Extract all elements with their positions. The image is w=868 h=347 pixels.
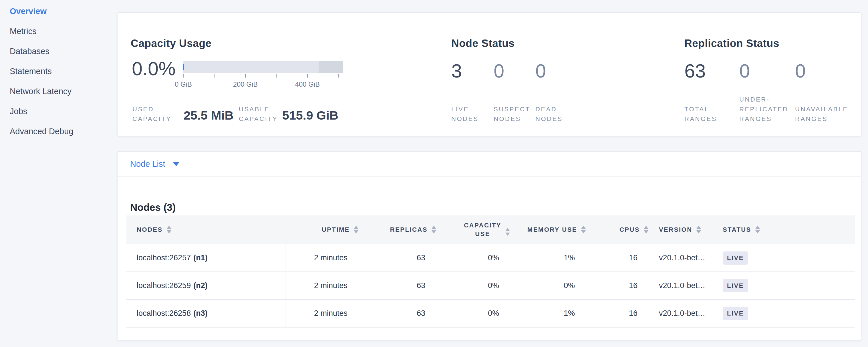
unavailable-ranges-label: UNAVAILABLE RANGES [795, 95, 848, 124]
replicas-cell: 63 [355, 244, 433, 272]
sidebar-item-databases[interactable]: Databases [10, 47, 117, 56]
status-badge: LIVE [723, 251, 748, 264]
sort-icon [755, 226, 760, 233]
node-address-cell[interactable]: localhost:26259(n2) [126, 272, 285, 299]
axis-label-400gib: 400 GiB [295, 81, 320, 88]
under-replicated-ranges-label: UNDER- REPLICATED RANGES [739, 95, 788, 124]
used-capacity-label: USED CAPACITY [132, 95, 171, 124]
version-cell: v20.1.0-bet… [645, 244, 713, 272]
status-cell: LIVE [713, 272, 855, 299]
sort-icon [696, 226, 701, 233]
sort-icon [644, 226, 648, 233]
node-address-cell[interactable]: localhost:26257(n1) [126, 244, 285, 272]
replicas-cell: 63 [355, 272, 433, 299]
capacity-bar-chart [183, 61, 343, 73]
column-header-memory-use[interactable]: MEMORY USE [506, 215, 582, 244]
dead-nodes-metric: 0 [535, 58, 546, 84]
sort-icon [167, 226, 171, 233]
node-list-dropdown[interactable]: Node List [118, 152, 861, 177]
memory-use-cell: 1% [506, 244, 582, 272]
under-replicated-ranges-metric: 0 [739, 58, 795, 84]
capacity-used-percent: 0.0% [132, 58, 176, 80]
column-header-status[interactable]: STATUS [713, 215, 855, 244]
unavailable-ranges-metric: 0 [795, 58, 806, 84]
suspect-nodes-label: SUSPECT NODES [494, 95, 530, 124]
capacity-use-cell: 0% [433, 272, 506, 299]
sort-icon [505, 228, 510, 236]
capacity-bar-reserved-segment [319, 61, 343, 73]
sort-icon [432, 226, 436, 233]
replicas-cell: 63 [355, 299, 433, 327]
cpus-cell: 16 [582, 244, 645, 272]
column-header-replicas[interactable]: REPLICAS [355, 215, 433, 244]
capacity-use-cell: 0% [433, 299, 506, 327]
table-row[interactable]: localhost:26259(n2) 2 minutes 63 0% 0% 1… [126, 272, 855, 299]
node-list-card: Node List Nodes (3) NODES [117, 151, 861, 341]
usable-capacity-label: USABLE CAPACITY [239, 95, 278, 124]
node-status-title: Node Status [451, 37, 515, 50]
replication-status-metrics: 63 0 0 [684, 58, 806, 84]
sidebar-item-advanced-debug[interactable]: Advanced Debug [10, 127, 117, 135]
cpus-cell: 16 [582, 272, 645, 299]
sidebar-item-statements[interactable]: Statements [10, 67, 117, 75]
version-cell: v20.1.0-bet… [645, 299, 713, 327]
capacity-usage-title: Capacity Usage [131, 37, 212, 50]
cluster-summary-card: Capacity Usage 0.0% 0 GiB 200 GiB 400 Gi… [117, 12, 861, 136]
table-row[interactable]: localhost:26258(n3) 2 minutes 63 0% 1% 1… [126, 299, 855, 327]
replication-status-title: Replication Status [684, 37, 779, 50]
nodes-table: NODES UPTIME REPLICAS [126, 215, 855, 327]
column-header-uptime[interactable]: UPTIME [285, 215, 355, 244]
chevron-down-icon [173, 162, 179, 166]
status-badge: LIVE [723, 307, 748, 320]
column-header-nodes[interactable]: NODES [126, 215, 285, 244]
sort-icon [581, 226, 586, 233]
capacity-bar-axis: 0 GiB 200 GiB 400 GiB [183, 74, 343, 91]
sidebar-item-jobs[interactable]: Jobs [10, 107, 117, 116]
status-badge: LIVE [723, 279, 748, 292]
column-header-version[interactable]: VERSION [645, 215, 713, 244]
axis-label-0gib: 0 GiB [175, 81, 192, 88]
sidebar-nav: Overview Metrics Databases Statements Ne… [0, 0, 117, 135]
memory-use-cell: 1% [506, 299, 582, 327]
uptime-cell: 2 minutes [285, 244, 355, 272]
column-header-capacity-use[interactable]: CAPACITY USE [433, 215, 506, 244]
uptime-cell: 2 minutes [285, 272, 355, 299]
live-nodes-label: LIVE NODES [451, 95, 479, 124]
cpus-cell: 16 [582, 299, 645, 327]
usable-capacity-value: 515.9 GiB [282, 108, 338, 122]
column-header-cpus[interactable]: CPUS [582, 215, 645, 244]
sidebar-item-overview[interactable]: Overview [10, 7, 117, 15]
uptime-cell: 2 minutes [285, 299, 355, 327]
node-status-metrics: 3 0 0 [451, 58, 546, 84]
node-list-dropdown-label[interactable]: Node List [130, 159, 165, 169]
sidebar-item-network-latency[interactable]: Network Latency [10, 87, 117, 96]
nodes-section-title: Nodes (3) [130, 202, 176, 213]
total-ranges-metric: 63 [684, 58, 739, 84]
sidebar: Overview Metrics Databases Statements Ne… [0, 0, 117, 347]
capacity-bar-used-marker [183, 64, 184, 70]
status-cell: LIVE [713, 299, 855, 327]
suspect-nodes-metric: 0 [494, 58, 535, 84]
sidebar-item-metrics[interactable]: Metrics [10, 27, 117, 35]
version-cell: v20.1.0-bet… [645, 272, 713, 299]
sort-icon [354, 226, 359, 233]
used-capacity-value: 25.5 MiB [184, 108, 234, 122]
table-header-row: NODES UPTIME REPLICAS [126, 215, 855, 244]
live-nodes-metric: 3 [451, 58, 494, 84]
dead-nodes-label: DEAD NODES [535, 95, 563, 124]
node-address-cell[interactable]: localhost:26258(n3) [126, 299, 285, 327]
table-row[interactable]: localhost:26257(n1) 2 minutes 63 0% 1% 1… [126, 244, 855, 272]
axis-label-200gib: 200 GiB [233, 81, 258, 88]
status-cell: LIVE [713, 244, 855, 272]
capacity-use-cell: 0% [433, 244, 506, 272]
memory-use-cell: 0% [506, 272, 582, 299]
total-ranges-label: TOTAL RANGES [684, 95, 717, 124]
